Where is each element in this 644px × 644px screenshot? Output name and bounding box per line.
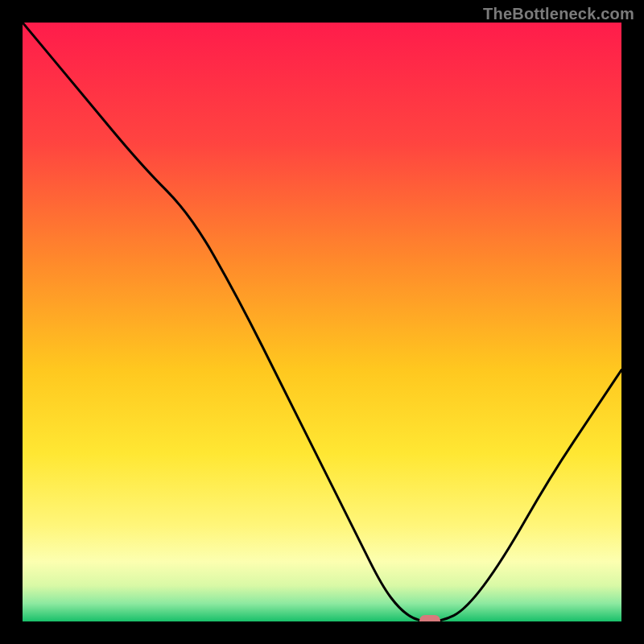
watermark-text: TheBottleneck.com [483,5,634,23]
plot-area [23,23,621,621]
chart-frame: TheBottleneck.com [0,0,644,644]
chart-svg [23,23,621,621]
gradient-background [23,23,621,621]
optimal-point-marker [419,615,440,621]
